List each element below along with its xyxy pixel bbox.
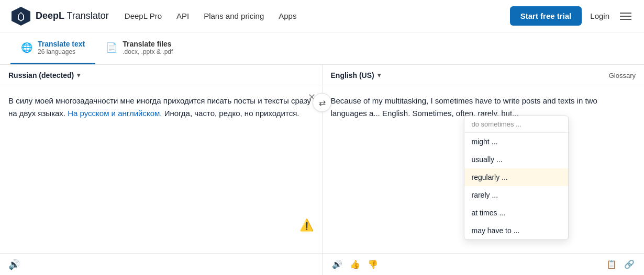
thumbs-up-icon[interactable]: 👍 xyxy=(349,258,361,270)
header-right: Start free trial Login xyxy=(510,6,634,26)
deepl-logo-icon xyxy=(10,6,31,27)
nav-plans-pricing[interactable]: Plans and pricing xyxy=(204,12,264,20)
target-speaker-icon[interactable]: 🔊 xyxy=(331,258,343,270)
nav-api[interactable]: API xyxy=(176,12,189,20)
alternative-may-have-to[interactable]: may have to ... xyxy=(464,222,568,239)
tabs-bar: 🌐 Translate text 26 languages 📄 Translat… xyxy=(0,32,644,65)
logo-area[interactable]: DeepL Translator xyxy=(10,6,109,27)
globe-icon: 🌐 xyxy=(21,42,32,53)
tab-translate-files[interactable]: 📄 Translate files .docx, .pptx & .pdf xyxy=(95,32,183,64)
glossary-button[interactable]: Glossary xyxy=(609,72,636,79)
logo-brand: DeepL Translator xyxy=(36,10,109,21)
alternatives-header: do sometimes ... xyxy=(464,116,568,133)
nav-apps[interactable]: Apps xyxy=(279,12,296,20)
source-lang-chevron-icon: ▾ xyxy=(77,72,80,79)
share-icon[interactable]: 🔗 xyxy=(623,258,636,270)
login-button[interactable]: Login xyxy=(590,12,609,20)
target-language-label: English (US) xyxy=(331,71,374,79)
main-nav: DeepL Pro API Plans and pricing Apps xyxy=(125,12,510,20)
alt-label-regularly: regularly ... xyxy=(472,173,508,181)
start-trial-button[interactable]: Start free trial xyxy=(510,6,582,26)
alt-label-might: might ... xyxy=(472,138,498,146)
source-speaker-icon[interactable]: 🔊 xyxy=(8,259,20,270)
target-panel-body: Because of my multitasking, I sometimes … xyxy=(323,86,645,253)
source-language-selector[interactable]: Russian (detected) ▾ xyxy=(8,71,80,79)
translator-area: Russian (detected) ▾ В силу моей многоза… xyxy=(0,65,644,275)
nav-deepl-pro[interactable]: DeepL Pro xyxy=(125,12,162,20)
copy-icon[interactable]: 📋 xyxy=(605,258,618,270)
tab-translate-files-sub: .docx, .pptx & .pdf xyxy=(123,48,173,55)
target-language-selector[interactable]: English (US) ▾ xyxy=(331,71,381,79)
target-text-2: English. xyxy=(382,109,410,118)
thumbs-down-icon[interactable]: 👎 xyxy=(367,258,379,270)
source-language-label: Russian (detected) xyxy=(8,71,74,79)
tab-translate-text-label: Translate text xyxy=(38,40,85,48)
error-icon: ⚠️ xyxy=(299,219,314,232)
target-footer-left: 🔊 👍 👎 xyxy=(331,258,379,270)
source-panel-header: Russian (detected) ▾ xyxy=(0,65,322,86)
target-panel-header: English (US) ▾ Glossary xyxy=(323,65,645,86)
source-panel-body[interactable]: В силу моей многозадачности мне иногда п… xyxy=(0,86,322,253)
alternative-might[interactable]: might ... xyxy=(464,133,568,151)
alternative-rarely[interactable]: rarely ... xyxy=(464,186,568,204)
alternative-regularly[interactable]: regularly ... xyxy=(464,168,568,186)
source-text-rest: Иногда, часто, редко, но приходится. xyxy=(162,109,299,118)
alt-label-at-times: at times ... xyxy=(472,209,506,217)
alt-label-may-have-to: may have to ... xyxy=(472,226,520,235)
tab-translate-text-sub: 26 languages xyxy=(38,48,85,55)
alternatives-popup: do sometimes ... might ... usually ... r… xyxy=(464,116,569,240)
target-text-ellipsis: ... xyxy=(373,109,380,118)
target-panel: English (US) ▾ Glossary Because of my mu… xyxy=(323,65,645,275)
swap-icon: ⇄ xyxy=(319,98,326,108)
target-footer-right: 📋 🔗 xyxy=(605,258,636,270)
alt-label-rarely: rarely ... xyxy=(472,191,498,199)
alternative-at-times[interactable]: at times ... xyxy=(464,204,568,222)
target-panel-footer: 🔊 👍 👎 📋 🔗 xyxy=(323,253,645,275)
tab-translate-files-label: Translate files xyxy=(123,40,173,48)
file-icon: 📄 xyxy=(106,42,117,53)
alternative-usually[interactable]: usually ... xyxy=(464,151,568,168)
source-panel: Russian (detected) ▾ В силу моей многоза… xyxy=(0,65,323,275)
source-panel-footer: 🔊 xyxy=(0,253,322,275)
hamburger-menu[interactable] xyxy=(618,10,634,22)
target-lang-chevron-icon: ▾ xyxy=(377,72,381,79)
source-text-highlight: На русском и английском. xyxy=(65,109,162,118)
source-text: В силу моей многозадачности мне иногда п… xyxy=(8,95,314,120)
tab-translate-text[interactable]: 🌐 Translate text 26 languages xyxy=(10,32,95,64)
swap-languages-button[interactable]: ⇄ xyxy=(313,93,331,112)
main-header: DeepL Translator DeepL Pro API Plans and… xyxy=(0,0,644,32)
alt-label-usually: usually ... xyxy=(472,155,503,164)
